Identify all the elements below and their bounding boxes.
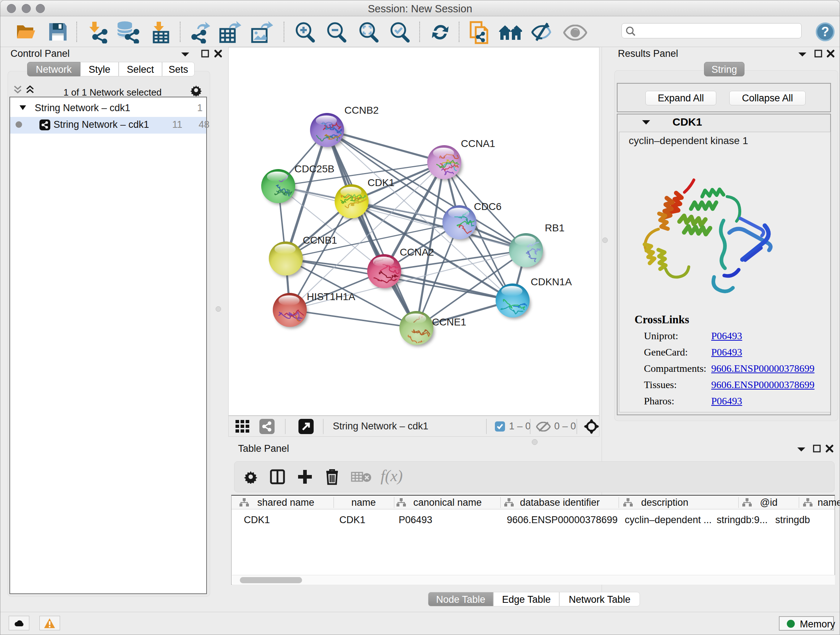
svg-text:CCNE1: CCNE1 <box>432 317 466 328</box>
svg-text:CCNA2: CCNA2 <box>400 247 434 258</box>
svg-text:CDC25B: CDC25B <box>294 163 334 174</box>
svg-text:CDK1: CDK1 <box>368 177 395 188</box>
svg-text:CDKN1A: CDKN1A <box>531 276 572 287</box>
svg-text:CDC6: CDC6 <box>474 201 501 212</box>
svg-text:?: ? <box>821 24 829 39</box>
svg-text:HIST1H1A: HIST1H1A <box>307 291 355 302</box>
svg-text:RB1: RB1 <box>545 222 564 233</box>
svg-text:CCNB2: CCNB2 <box>344 105 379 116</box>
svg-text:CCNB1: CCNB1 <box>303 234 337 246</box>
svg-text:CCNA1: CCNA1 <box>461 138 495 149</box>
